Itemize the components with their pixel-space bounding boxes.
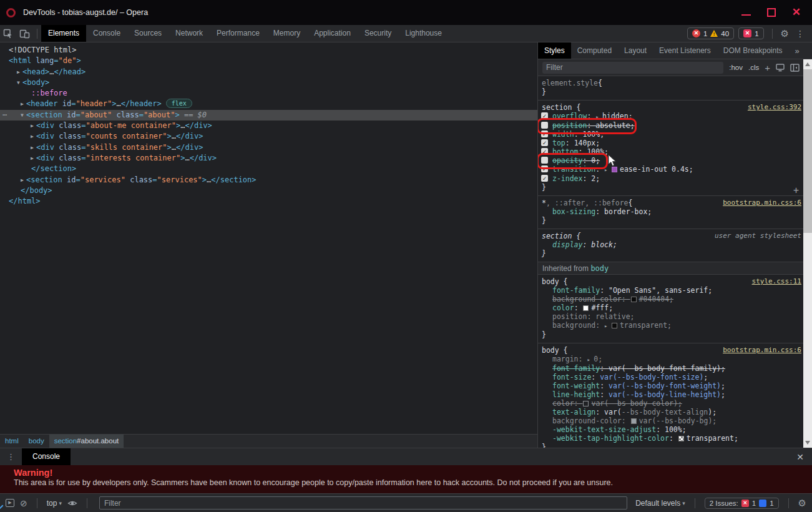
rule-selector[interactable]: element.style { [538,79,804,87]
css-property[interactable]: background: ▸ transparent; [538,321,804,330]
tab-security[interactable]: Security [358,25,398,42]
css-property[interactable]: -webkit-text-size-adjust: 100%; [538,425,804,434]
inspect-element-icon[interactable] [3,29,13,39]
scroll-down-icon[interactable] [805,441,810,445]
console-filter-input[interactable] [99,496,627,510]
css-property[interactable]: position: relative; [538,312,804,321]
dom-tree-row[interactable]: <!DOCTYPE html> [0,45,537,56]
issues-counter[interactable]: 2 Issues: ✕ 1 1 [705,498,779,509]
tab-performance[interactable]: Performance [210,25,267,42]
dom-tree-row[interactable]: ▶<div class="interests container">…</div… [0,153,537,164]
property-checkbox[interactable]: ✓ [541,130,548,137]
css-property[interactable]: opacity: 0; [538,156,804,165]
expand-arrow-icon[interactable]: ▶ [28,153,36,164]
element-class-toggle[interactable]: .cls [748,64,759,71]
rule-selector[interactable]: body {style.css:11 [538,277,804,286]
dom-tree-row[interactable]: ▶<div class="about-me container">…</div> [0,121,537,131]
breadcrumb-item-2[interactable]: section#about.about [49,435,124,448]
property-checkbox[interactable]: ✓ [541,165,548,172]
pseudo-state-toggle[interactable]: :hov [729,64,743,71]
dom-tree-row[interactable]: ⋯▼<section id="about" class="about"> == … [0,110,537,121]
more-options-icon[interactable]: ⋮ [793,29,807,39]
rendering-emulation-icon[interactable] [776,64,785,72]
dom-tree-row[interactable]: </body> [0,185,537,196]
dom-tree-row[interactable]: ▶<section id="services" class="services"… [0,175,537,185]
device-toolbar-icon[interactable] [19,29,30,39]
css-property[interactable]: display: block; [538,240,804,249]
stylesheet-link[interactable]: style.css:11 [752,277,801,286]
tab-sources[interactable]: Sources [127,25,169,42]
property-checkbox[interactable] [541,157,548,164]
stylesheet-link[interactable]: bootstrap.min.css:6 [723,346,801,355]
css-property[interactable]: text-align: var(--bs-body-text-align); [538,408,804,416]
styles-tab-dom-breakpoints[interactable]: DOM Breakpoints [717,42,789,59]
inherited-target-link[interactable]: body [590,264,609,273]
dom-tree-row[interactable]: </html> [0,196,537,207]
computed-sidebar-toggle-icon[interactable] [790,64,800,72]
clear-console-icon[interactable]: ⊘ [20,498,27,508]
dom-tree-row[interactable]: ▶<header id="header">…</header>flex [0,99,537,109]
css-property[interactable]: font-weight: var(--bs-body-font-weight); [538,382,804,390]
stylesheet-link[interactable]: bootstrap.min.css:6 [723,199,801,207]
tab-lighthouse[interactable]: Lighthouse [398,25,449,42]
css-property[interactable]: ✓overflow: ▸ hidden; [538,112,804,121]
dom-tree-row[interactable]: ▶<div class="skills container">…</div> [0,142,537,153]
rule-selector[interactable]: *, ::after, ::before {bootstrap.min.css:… [538,199,804,207]
expand-arrow-icon[interactable]: ▶ [18,99,26,109]
dom-tree-row[interactable]: ▶<div class="counts container">…</div> [0,131,537,142]
expand-arrow-icon[interactable]: ▶ [28,121,36,131]
close-drawer-icon[interactable]: ✕ [796,452,804,462]
css-property[interactable]: font-size: var(--bs-body-font-size); [538,373,804,382]
css-property[interactable]: font-family: "Open Sans", sans-serif; [538,286,804,295]
css-property[interactable]: background-color: var(--bs-body-bg); [538,416,804,425]
collapse-arrow-icon[interactable]: ▼ [18,110,26,121]
scrollbar-thumb[interactable] [803,69,812,233]
css-property[interactable]: color: var(--bs-body-color); [538,399,804,408]
css-property[interactable]: color: #fff; [538,303,804,312]
styles-scrollbar[interactable] [803,59,812,448]
expand-arrow-icon[interactable]: ▶ [28,142,36,153]
tab-network[interactable]: Network [169,25,210,42]
property-checkbox[interactable] [541,122,548,129]
css-property[interactable]: background-color: #040404; [538,295,804,303]
property-checkbox[interactable]: ✓ [541,148,548,155]
tab-console-drawer[interactable]: Console [22,448,71,465]
add-property-icon[interactable]: + [793,186,799,195]
css-property[interactable]: ✓z-index: 2; [538,174,804,183]
css-property[interactable]: ✓bottom: 100%; [538,147,804,156]
collapse-arrow-icon[interactable]: ▼ [14,77,22,88]
tab-application[interactable]: Application [307,25,358,42]
minimize-button[interactable] [741,14,751,16]
row-menu-icon[interactable]: ⋯ [2,110,7,121]
context-selector[interactable]: top ▾ [47,499,62,508]
drawer-menu-icon[interactable]: ⋮ [0,452,22,461]
settings-gear-icon[interactable]: ⚙ [781,28,789,39]
css-property[interactable]: margin: ▸ 0; [538,355,804,364]
property-checkbox[interactable]: ✓ [541,112,548,119]
css-property[interactable]: line-height: var(--bs-body-line-height); [538,390,804,399]
console-sidebar-toggle-icon[interactable]: ▶ [6,499,14,507]
more-tabs-icon[interactable]: » [795,46,800,56]
expand-arrow-icon[interactable]: ▶ [14,67,22,77]
css-property[interactable]: ✓transition: ▸ ease-in-out 0.4s; [538,165,804,174]
live-expression-eye-icon[interactable] [67,499,77,508]
maximize-button[interactable] [767,8,776,17]
css-property[interactable]: position: absolute; [538,121,804,130]
styles-tab-styles[interactable]: Styles [538,42,571,59]
new-style-rule-button[interactable]: + [765,62,770,73]
tab-console[interactable]: Console [86,25,127,42]
console-counts-badge[interactable]: ✕ 1 ! 40 [687,27,734,39]
dom-tree-row[interactable]: </section> [0,164,537,174]
expand-arrow-icon[interactable]: ▶ [28,131,36,142]
css-property[interactable]: -webkit-tap-highlight-color: transparent… [538,434,804,443]
dom-tree-row[interactable]: ▶<head>…</head> [0,67,537,77]
styles-tab-event-listeners[interactable]: Event Listeners [653,42,717,59]
rule-selector[interactable]: body {bootstrap.min.css:6 [538,346,804,355]
tab-elements[interactable]: Elements [41,25,86,42]
css-property[interactable]: ✓width: 100%; [538,130,804,139]
property-checkbox[interactable]: ✓ [541,175,548,182]
log-levels-selector[interactable]: Default levels ▾ [635,499,685,508]
css-property[interactable]: ✓top: 140px; [538,139,804,147]
styles-tab-computed[interactable]: Computed [571,42,618,59]
property-checkbox[interactable]: ✓ [541,139,548,146]
